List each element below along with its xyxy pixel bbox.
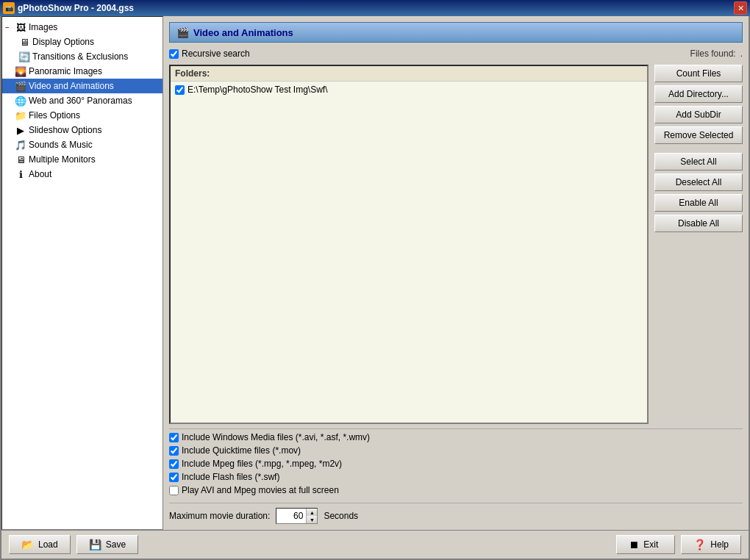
sidebar-item-video-animations[interactable]: 🎬 Video and Animations	[2, 79, 162, 93]
folders-list-container: Folders: E:\Temp\gPhotoShow Test Img\Swf…	[169, 65, 649, 424]
include-mov-checkbox[interactable]	[169, 446, 179, 456]
sidebar-item-label: Images	[29, 22, 57, 32]
recursive-search-checkbox[interactable]	[169, 49, 179, 59]
folder-path: E:\Temp\gPhotoShow Test Img\Swf\	[188, 85, 328, 95]
titlebar: 📷 gPhotoShow Pro - 2004.gss ✕	[0, 0, 750, 16]
display-options-icon: 🖥	[18, 36, 30, 48]
recursive-search-label[interactable]: Recursive search	[169, 49, 250, 59]
include-wmv-text: Include Windows Media files (*.avi, *.as…	[182, 432, 370, 442]
load-label: Load	[38, 539, 58, 550]
select-all-button[interactable]: Select All	[654, 153, 743, 170]
bottom-left-buttons: 📂 Load 💾 Save	[9, 535, 138, 554]
bottom-bar: 📂 Load 💾 Save ⏹ Exit ❓ Help	[1, 530, 749, 559]
help-button[interactable]: ❓ Help	[681, 535, 741, 554]
folder-checkbox[interactable]	[175, 85, 185, 95]
files-found-label: Files found:	[690, 49, 736, 59]
files-found-area: Files found: .	[690, 49, 743, 59]
sidebar-item-label: Transitions & Exclusions	[32, 51, 128, 62]
sidebar-item-web-panoramas[interactable]: 🌐 Web and 360° Panoramas	[2, 93, 162, 108]
sidebar-item-monitors[interactable]: 🖥 Multiple Monitors	[2, 152, 162, 167]
buttons-column: Count Files Add Directory... Add SubDir …	[654, 65, 743, 424]
include-mpg-text: Include Mpeg files (*.mpg, *.mpeg, *m2v)	[182, 459, 342, 469]
save-icon: 💾	[89, 539, 101, 550]
include-swf-checkbox[interactable]	[169, 473, 179, 482]
bottom-right-buttons: ⏹ Exit ❓ Help	[616, 535, 741, 554]
sidebar-item-label: Panoramic Images	[29, 66, 102, 76]
disable-all-button[interactable]: Disable All	[654, 215, 743, 232]
files-found-value: .	[740, 49, 743, 59]
help-label: Help	[710, 539, 729, 550]
sidebar-item-panoramic[interactable]: 🌄 Panoramic Images	[2, 64, 162, 79]
monitors-icon: 🖥	[15, 154, 26, 165]
load-button[interactable]: 📂 Load	[9, 535, 71, 554]
sidebar-item-about[interactable]: ℹ About	[2, 167, 162, 182]
folder-item[interactable]: E:\Temp\gPhotoShow Test Img\Swf\	[172, 83, 646, 96]
spinner-buttons: ▲ ▼	[306, 509, 317, 523]
slideshow-icon: ▶	[15, 124, 26, 136]
video-icon: 🎬	[15, 80, 26, 92]
sidebar-item-slideshow[interactable]: ▶ Slideshow Options	[2, 123, 162, 137]
sidebar-item-files-options[interactable]: 📁 Files Options	[2, 108, 162, 123]
main-container: − 🖼 Images 🖥 Display Options 🔄 Transitio…	[0, 16, 750, 560]
include-mpg-checkbox[interactable]	[169, 459, 179, 469]
save-label: Save	[106, 539, 126, 550]
duration-label: Maximum movie duration:	[169, 511, 270, 521]
sidebar-item-label: Files Options	[29, 110, 80, 121]
sidebar-item-display-options[interactable]: 🖥 Display Options	[2, 35, 162, 49]
sidebar-item-label: Sounds & Music	[29, 140, 93, 150]
right-panel: 🎬 Video and Animations Recursive search …	[163, 16, 749, 530]
duration-row: Maximum movie duration: 60 ▲ ▼ Seconds	[169, 503, 743, 524]
expander-images: −	[5, 24, 12, 32]
panel-title: Video and Animations	[193, 27, 293, 38]
include-swf-label[interactable]: Include Flash files (*.swf)	[169, 472, 743, 482]
titlebar-title: gPhotoShow Pro - 2004.gss	[18, 3, 134, 13]
sidebar-item-transitions[interactable]: 🔄 Transitions & Exclusions	[2, 49, 162, 64]
close-button[interactable]: ✕	[734, 1, 747, 15]
sidebar-item-label: Video and Animations	[29, 81, 114, 91]
app-icon: 📷	[3, 2, 15, 14]
panel-header-icon: 🎬	[176, 26, 189, 39]
play-fullscreen-text: Play AVI and Mpeg movies at full screen	[182, 485, 339, 495]
sidebar-item-label: Web and 360° Panoramas	[29, 96, 132, 106]
files-icon: 📁	[15, 110, 26, 121]
include-mov-label[interactable]: Include Quicktime files (*.mov)	[169, 445, 743, 456]
add-directory-button[interactable]: Add Directory...	[654, 85, 743, 103]
transitions-icon: 🔄	[18, 51, 30, 62]
panoramic-icon: 🌄	[15, 65, 26, 77]
images-icon: 🖼	[15, 21, 26, 33]
enable-all-button[interactable]: Enable All	[654, 194, 743, 212]
play-fullscreen-label[interactable]: Play AVI and Mpeg movies at full screen	[169, 485, 743, 495]
exit-icon: ⏹	[629, 539, 639, 550]
sidebar-item-sounds[interactable]: 🎵 Sounds & Music	[2, 137, 162, 152]
duration-spinner: 60 ▲ ▼	[276, 508, 318, 524]
duration-unit: Seconds	[324, 511, 358, 521]
count-files-button[interactable]: Count Files	[654, 65, 743, 82]
sidebar-item-label: About	[29, 169, 51, 179]
sidebar-item-images[interactable]: − 🖼 Images	[2, 20, 162, 35]
duration-input[interactable]: 60	[276, 509, 306, 523]
sidebar-item-label: Slideshow Options	[29, 125, 101, 135]
content-area: − 🖼 Images 🖥 Display Options 🔄 Transitio…	[1, 16, 749, 530]
options-row: Recursive search Files found: .	[169, 47, 743, 60]
deselect-all-button[interactable]: Deselect All	[654, 173, 743, 191]
add-subdir-button[interactable]: Add SubDir	[654, 106, 743, 123]
spinner-up-button[interactable]: ▲	[307, 509, 317, 516]
spinner-down-button[interactable]: ▼	[307, 516, 317, 523]
sounds-icon: 🎵	[15, 139, 26, 151]
folders-header: Folders:	[171, 66, 647, 82]
sidebar-item-label: Multiple Monitors	[29, 154, 96, 165]
folders-area: Folders: E:\Temp\gPhotoShow Test Img\Swf…	[169, 65, 743, 424]
web-icon: 🌐	[15, 95, 26, 107]
remove-selected-button[interactable]: Remove Selected	[654, 126, 743, 144]
panel-header: 🎬 Video and Animations	[169, 22, 743, 43]
play-fullscreen-checkbox[interactable]	[169, 486, 179, 495]
about-icon: ℹ	[15, 168, 26, 180]
include-mpg-label[interactable]: Include Mpeg files (*.mpg, *.mpeg, *m2v)	[169, 459, 743, 469]
load-icon: 📂	[21, 539, 34, 550]
include-wmv-checkbox[interactable]	[169, 433, 179, 442]
save-button[interactable]: 💾 Save	[76, 535, 138, 554]
checkboxes-section: Include Windows Media files (*.avi, *.as…	[169, 428, 743, 498]
include-wmv-label[interactable]: Include Windows Media files (*.avi, *.as…	[169, 432, 743, 442]
exit-label: Exit	[643, 539, 658, 550]
exit-button[interactable]: ⏹ Exit	[616, 535, 675, 554]
